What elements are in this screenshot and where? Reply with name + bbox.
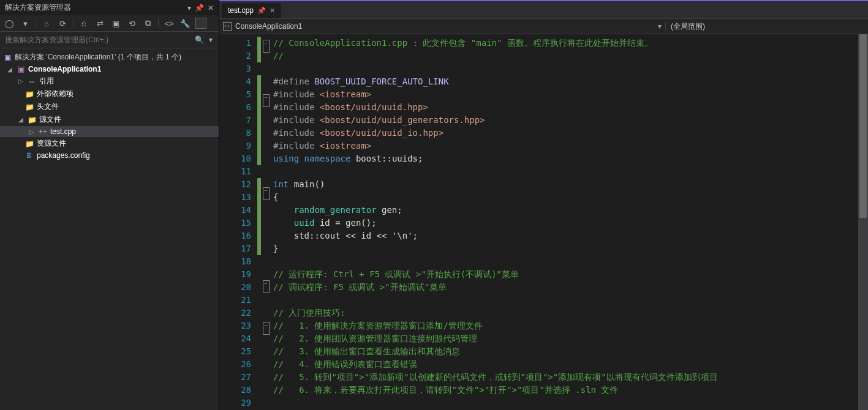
close-icon[interactable]: ✕ [270, 7, 275, 15]
wrench-icon[interactable]: 🔧 [179, 18, 191, 29]
cpp-project-icon: ++ [223, 22, 232, 31]
search-input[interactable] [4, 33, 192, 47]
resources-folder-node[interactable]: 📁 资源文件 [0, 137, 219, 150]
fold-toggle-icon[interactable]: − [263, 322, 270, 335]
navigation-bar: ++ ConsoleApplication1 ▾ (全局范围) [219, 18, 868, 34]
solution-icon: ▣ [2, 53, 12, 62]
separator [73, 18, 74, 28]
separator [36, 18, 36, 28]
back-icon[interactable]: ◯ [4, 18, 15, 29]
search-row: 🔍 ▾ [0, 32, 219, 48]
config-file-icon: 🗎 [25, 151, 34, 160]
cpp-file-icon: ++ [38, 127, 48, 136]
pin-icon[interactable]: 📌 [257, 7, 266, 15]
code-icon[interactable]: <> [164, 18, 175, 29]
line-number-gutter: 1234567891011121314151617181920212223242… [219, 34, 257, 410]
panel-title: 解决方案资源管理器 [5, 2, 71, 13]
fold-toggle-icon[interactable]: − [263, 94, 270, 107]
project-scope-selector[interactable]: ++ ConsoleApplication1 ▾ [219, 22, 666, 31]
solution-tree: ▣ 解决方案 'ConsoleApplication1' (1 个项目，共 1 … [0, 48, 219, 163]
solution-node[interactable]: ▣ 解决方案 'ConsoleApplication1' (1 个项目，共 1 … [0, 51, 219, 64]
tab-label: test.cpp [228, 6, 254, 15]
home-icon[interactable]: ⌂ [41, 18, 52, 29]
references-icon: ▫▫ [27, 77, 37, 86]
project-icon: ▣ [16, 65, 26, 73]
sync-icon[interactable]: ⟳ [57, 18, 68, 29]
chevron-down-icon: ▾ [658, 22, 662, 31]
chevron-right-icon[interactable]: ▷ [28, 129, 36, 135]
collapse-icon[interactable]: ⧉ [142, 18, 153, 29]
close-icon[interactable]: ✕ [208, 4, 214, 12]
chevron-right-icon[interactable]: ▷ [17, 78, 25, 84]
headers-folder-node[interactable]: 📁 头文件 [0, 100, 219, 113]
code-editor[interactable]: 1234567891011121314151617181920212223242… [219, 34, 868, 410]
forward-icon[interactable]: ▾ [20, 18, 31, 29]
code-text[interactable]: // ConsoleApplication1.cpp : 此文件包含 "main… [271, 34, 868, 410]
properties-icon[interactable] [195, 18, 206, 29]
external-deps-node[interactable]: 📁 外部依赖项 [0, 88, 219, 100]
references-node[interactable]: ▷ ▫▫ 引用 [0, 75, 219, 88]
scope-label: (全局范围) [671, 22, 705, 31]
chevron-down-icon[interactable]: ◢ [6, 66, 13, 73]
fold-toggle-icon[interactable]: − [263, 187, 270, 200]
scroll-thumb[interactable] [859, 34, 867, 218]
panel-header-buttons: ▾ 📌 ✕ [187, 4, 214, 12]
packages-config-node[interactable]: 🗎 packages.config [0, 150, 219, 161]
tab-test-cpp[interactable]: test.cpp 📌 ✕ [222, 3, 281, 18]
branch-icon[interactable]: ⎌ [78, 18, 89, 29]
separator [158, 18, 159, 28]
refresh2-icon[interactable]: ⟲ [126, 18, 137, 29]
folder-icon: 📁 [25, 90, 34, 99]
show-all-icon[interactable]: ▣ [110, 18, 121, 29]
panel-header[interactable]: 解决方案资源管理器 ▾ 📌 ✕ [0, 0, 219, 15]
search-icon[interactable]: 🔍 [192, 35, 206, 44]
folder-icon: 📁 [27, 116, 37, 124]
vertical-scrollbar[interactable] [858, 34, 868, 410]
member-scope-selector[interactable]: (全局范围) [666, 21, 868, 32]
pin-icon[interactable]: 📌 [195, 4, 204, 12]
fold-toggle-icon[interactable]: − [263, 40, 270, 53]
source-folder-node[interactable]: ◢ 📁 源文件 [0, 113, 219, 126]
panel-toolbar: ◯ ▾ ⌂ ⟳ ⎌ ⇄ ▣ ⟲ ⧉ <> 🔧 [0, 15, 219, 32]
search-dropdown-icon[interactable]: ▾ [206, 35, 215, 44]
fold-column: − − − − − [261, 34, 271, 410]
scope-label: ConsoleApplication1 [235, 22, 302, 31]
fold-toggle-icon[interactable]: − [263, 280, 270, 293]
solution-explorer-panel: 解决方案资源管理器 ▾ 📌 ✕ ◯ ▾ ⌂ ⟳ ⎌ ⇄ ▣ ⟲ ⧉ <> 🔧 🔍… [0, 0, 219, 410]
tab-bar: test.cpp 📌 ✕ [219, 1, 868, 18]
dropdown-icon[interactable]: ▾ [187, 4, 191, 12]
filter-icon[interactable]: ⇄ [94, 18, 105, 29]
folder-icon: 📁 [25, 140, 34, 148]
editor-area: test.cpp 📌 ✕ ++ ConsoleApplication1 ▾ (全… [219, 0, 868, 410]
file-node-test-cpp[interactable]: ▷ ++ test.cpp [0, 126, 219, 137]
project-node[interactable]: ◢ ▣ ConsoleApplication1 [0, 64, 219, 75]
folder-icon: 📁 [25, 103, 34, 111]
chevron-down-icon[interactable]: ◢ [17, 116, 25, 123]
